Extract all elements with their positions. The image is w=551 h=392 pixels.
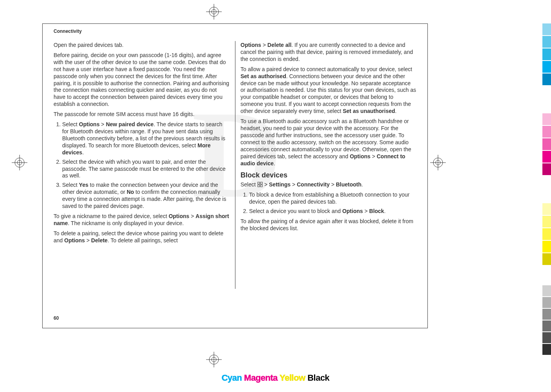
- list-item: Select a device you want to block and Op…: [249, 208, 416, 215]
- yellow-label: Yellow: [280, 373, 305, 383]
- left-column: Open the paired devices tab. Before pair…: [54, 42, 230, 304]
- registration-mark-bottom: [206, 352, 222, 367]
- body-text: To delete a pairing, select the device w…: [54, 230, 230, 244]
- cyan-label: Cyan: [222, 373, 242, 383]
- cmyk-label: Cyan Magenta Yellow Black: [0, 373, 551, 383]
- body-text: To allow the pairing of a device again a…: [241, 218, 416, 232]
- numbered-list: To block a device from establishing a Bl…: [241, 192, 416, 215]
- body-text: Select > Settings > Connectivity > Bluet…: [241, 181, 416, 188]
- magenta-label: Magenta: [244, 373, 278, 383]
- list-item: Select the device with which you want to…: [62, 159, 230, 180]
- registration-mark-left: [12, 155, 27, 170]
- page-header: Connectivity: [54, 29, 82, 34]
- body-text: Open the paired devices tab.: [54, 42, 230, 49]
- menu-icon: [257, 182, 263, 187]
- numbered-list: Select Options > New paired device. The …: [54, 121, 230, 210]
- body-text: The passcode for remote SIM access must …: [54, 111, 230, 118]
- list-item: Select Options > New paired device. The …: [62, 121, 230, 156]
- svg-rect-17: [260, 182, 262, 184]
- svg-rect-16: [258, 182, 260, 184]
- right-column: Options > Delete all. If you are current…: [241, 42, 416, 304]
- svg-rect-18: [258, 185, 260, 187]
- body-text: Before pairing, decide on your own passc…: [54, 52, 230, 108]
- svg-rect-19: [260, 185, 262, 187]
- document-page: D Connectivity Open the paired devices t…: [42, 23, 428, 328]
- gray-calibration-strip: [542, 285, 551, 356]
- body-text: Options > Delete all. If you are current…: [241, 42, 416, 63]
- page-number: 60: [54, 315, 59, 321]
- body-text: To give a nickname to the paired device,…: [54, 213, 230, 227]
- black-label: Black: [307, 373, 329, 383]
- list-item: Select Yes to make the connection betwee…: [62, 182, 230, 210]
- list-item: To block a device from establishing a Bl…: [249, 192, 416, 206]
- body-text: To allow a paired device to connect auto…: [241, 66, 416, 115]
- section-heading: Block devices: [241, 171, 416, 180]
- registration-mark-top: [206, 4, 222, 20]
- registration-mark-right: [430, 155, 446, 170]
- body-text: To use a Bluetooth audio accessory such …: [241, 118, 416, 167]
